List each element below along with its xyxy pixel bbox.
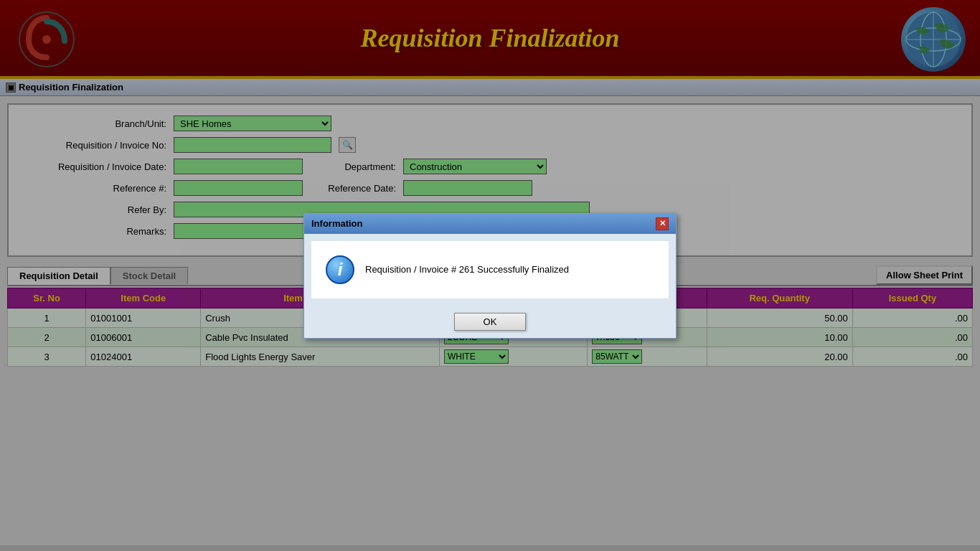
dialog-body: i Requisition / Invoice # 261 Successful… <box>311 241 669 298</box>
dialog-message: Requisition / Invoice # 261 Successfully… <box>365 264 569 275</box>
dialog-titlebar: Information ✕ <box>304 214 676 234</box>
info-icon: i <box>326 255 354 284</box>
dialog-close-button[interactable]: ✕ <box>656 217 669 230</box>
dialog-overlay: Information ✕ i Requisition / Invoice # … <box>0 0 980 551</box>
dialog-title: Information <box>311 218 363 229</box>
ok-button[interactable]: OK <box>454 313 527 331</box>
dialog-footer: OK <box>304 306 676 338</box>
information-dialog: Information ✕ i Requisition / Invoice # … <box>303 213 677 339</box>
